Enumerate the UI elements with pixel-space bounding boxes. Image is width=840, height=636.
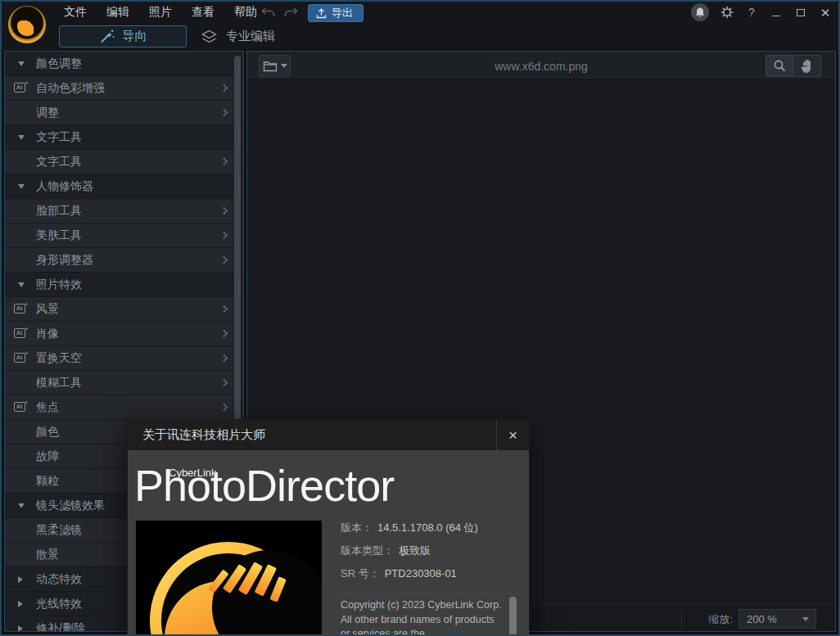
viewer-toolbar: www.x6d.com.png — [247, 52, 835, 80]
export-icon — [316, 8, 327, 19]
info-label: SR 号： — [341, 566, 380, 580]
about-dialog-body: PhotoDirector CyberLink 版本： 14.5.1.1708.… — [128, 450, 529, 636]
expand-triangle-icon — [18, 282, 25, 287]
expand-triangle-icon — [18, 601, 23, 607]
sidebar-item[interactable]: 文字工具 — [5, 150, 243, 174]
tab-guided-label: 导向 — [123, 29, 147, 44]
sidebar-item-label: 修补/删除 — [36, 621, 85, 633]
about-dialog-close-button[interactable]: × — [496, 420, 529, 450]
expand-triangle-icon — [18, 135, 25, 140]
sidebar-item[interactable]: 身形调整器 — [5, 248, 243, 273]
sidebar-item-label: 光线特效 — [36, 597, 82, 611]
window-close-button[interactable]: ✕ — [819, 6, 832, 19]
chevron-right-icon — [220, 84, 228, 92]
pan-tool-button[interactable] — [793, 55, 821, 77]
sidebar-item-label: 人物修饰器 — [36, 179, 93, 194]
menu-item[interactable]: 文件 — [54, 5, 97, 20]
settings-button[interactable] — [720, 6, 734, 19]
sidebar-item[interactable]: 文字工具 — [5, 125, 243, 150]
sidebar-item[interactable]: AI 置换天空 — [5, 346, 243, 371]
about-dialog: 关于讯连科技相片大师 × PhotoDirector CyberLink 版本：… — [127, 419, 530, 636]
notifications-button[interactable] — [691, 3, 709, 21]
version-info-row: 版本类型： 极致版 — [341, 544, 478, 557]
sidebar-item[interactable]: 脸部工具 — [5, 199, 243, 223]
expand-triangle-icon — [18, 184, 25, 189]
sidebar-item[interactable]: 美肤工具 — [5, 223, 243, 248]
copyright-divider — [335, 593, 522, 594]
magnifier-icon — [773, 59, 787, 73]
sidebar-item[interactable]: AI 风景 — [5, 297, 243, 322]
zoom-tool-button[interactable] — [765, 55, 793, 77]
sidebar-item-label: 照片特效 — [36, 277, 82, 292]
version-info-row: SR 号： PTD230308-01 — [341, 566, 478, 580]
chevron-right-icon — [220, 109, 228, 117]
sidebar-item-label: 镜头滤镜效果 — [36, 498, 105, 513]
sidebar-item-label: 风景 — [36, 302, 59, 317]
magic-wand-icon — [99, 29, 115, 44]
menubar: 文件 编辑 照片 查看 帮助 — [54, 2, 267, 23]
sidebar-item[interactable]: 人物修饰器 — [5, 174, 243, 199]
sidebar-item-label: 美肤工具 — [36, 228, 82, 243]
info-value: 极致版 — [399, 544, 431, 557]
sidebar-item[interactable]: AI 自动色彩增强 — [5, 76, 243, 101]
brand-company: CyberLink — [169, 467, 217, 479]
close-icon: × — [508, 426, 517, 444]
sidebar-item-label: 故障 — [36, 449, 59, 464]
sidebar-item[interactable]: 照片特效 — [5, 273, 243, 297]
browse-photos-button[interactable] — [259, 55, 291, 77]
expand-triangle-icon — [18, 503, 25, 508]
export-label: 导出 — [332, 6, 353, 20]
ai-icon: AI — [14, 304, 25, 313]
menu-item[interactable]: 照片 — [139, 5, 182, 20]
bell-icon — [695, 7, 705, 18]
menu-item[interactable]: 编辑 — [97, 5, 139, 20]
hand-icon — [801, 59, 814, 74]
photo-filename: www.x6d.com.png — [247, 52, 835, 80]
sidebar-item-label: 颜色 — [36, 425, 59, 440]
chevron-right-icon — [220, 404, 228, 412]
copyright-scrollbar-thumb[interactable] — [509, 597, 517, 636]
tab-expert[interactable]: 专业编辑 — [201, 25, 275, 47]
sidebar-item[interactable]: 调整 — [5, 101, 243, 125]
sidebar-item-label: 肖像 — [36, 327, 59, 341]
sidebar-item[interactable]: AI 肖像 — [5, 322, 243, 346]
redo-button[interactable] — [282, 4, 300, 20]
sidebar-item[interactable]: 颜色调整 — [5, 52, 243, 76]
minimize-icon — [772, 16, 780, 16]
zoom-level-dropdown[interactable]: 200 % — [738, 609, 816, 629]
sidebar-item-label: 文字工具 — [36, 155, 82, 169]
mode-bar: 导向 专业编辑 — [2, 23, 838, 50]
expand-triangle-icon — [18, 576, 23, 583]
app-logo — [8, 6, 46, 43]
layers-icon — [201, 29, 218, 44]
undo-button[interactable] — [259, 4, 277, 20]
sidebar-item[interactable]: 模糊工具 — [5, 371, 243, 395]
sidebar-item-label: 置换天空 — [36, 351, 82, 366]
info-value: PTD230308-01 — [385, 566, 457, 580]
help-button[interactable]: ? — [745, 6, 758, 19]
photodirector-logo — [136, 521, 322, 636]
copyright-text: Copyright (c) 2023 CyberLink Corp. All o… — [341, 598, 503, 636]
sidebar-item-label: 模糊工具 — [36, 376, 82, 390]
tab-expert-label: 专业编辑 — [226, 29, 275, 44]
folder-icon — [263, 61, 278, 72]
chevron-right-icon — [220, 232, 228, 240]
sidebar-item[interactable]: AI 焦点 — [5, 395, 243, 420]
sidebar-item-label: 文字工具 — [36, 130, 82, 145]
tab-guided[interactable]: 导向 — [59, 25, 187, 47]
zoom-level-value: 200 % — [739, 613, 802, 625]
version-info-row: 版本： 14.5.1.1708.0 (64 位) — [341, 521, 478, 535]
menu-item[interactable]: 查看 — [182, 5, 224, 20]
minimize-button[interactable] — [770, 6, 783, 19]
chevron-right-icon — [220, 354, 228, 363]
toolbar-divider — [251, 7, 251, 19]
maximize-button[interactable] — [794, 6, 807, 19]
sidebar-item-label: 散景 — [36, 548, 59, 562]
sidebar-item-label: 自动色彩增强 — [36, 81, 105, 96]
chevron-right-icon — [220, 379, 228, 387]
maximize-icon — [797, 9, 805, 16]
about-dialog-titlebar[interactable]: 关于讯连科技相片大师 × — [128, 420, 529, 450]
zoom-label: 缩放: — [708, 612, 733, 627]
export-button[interactable]: 导出 — [308, 4, 364, 22]
app-window: 文件 编辑 照片 查看 帮助 导出 — [0, 0, 840, 636]
